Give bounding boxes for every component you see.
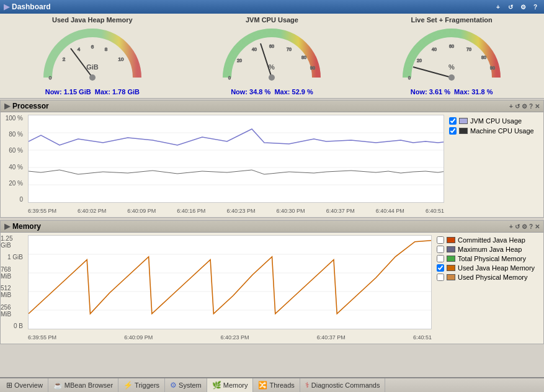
committed-heap-checkbox[interactable] <box>437 236 444 244</box>
machine-cpu-label: Machine CPU Usage <box>470 127 534 135</box>
tab-threads-label: Threads <box>269 381 294 389</box>
memory-content: 1.25 GiB 1 GiB 768 MiB 512 MiB 256 MiB 0… <box>1 233 543 342</box>
svg-point-17 <box>269 74 275 81</box>
cpu-usage-reading: Now: 34.8 % Max: 52.9 % <box>231 88 313 96</box>
memory-header-icons: + ↺ ⚙ ? ✕ <box>509 223 540 230</box>
used-physical-checkbox[interactable] <box>437 274 444 281</box>
tab-overview[interactable]: ⊞ Overview <box>1 378 48 392</box>
memory-refresh-icon[interactable]: ↺ <box>515 223 520 230</box>
svg-text:70: 70 <box>287 47 292 51</box>
cpu-usage-dial: 0 20 40 60 70 80 90 % <box>216 25 328 87</box>
svg-text:0: 0 <box>229 76 231 80</box>
processor-panel: ▶ Processor + ↺ ⚙ ? ✕ 100 % 80 % 60 % 40… <box>0 100 544 218</box>
tab-mbean-browser[interactable]: ☕ MBean Browser <box>48 378 118 392</box>
svg-text:60: 60 <box>449 44 454 48</box>
heap-memory-gauge: Used Java Heap Memory <box>12 16 173 96</box>
help-icon[interactable]: ? <box>530 2 540 12</box>
processor-add-icon[interactable]: + <box>509 103 513 110</box>
svg-text:0: 0 <box>49 75 52 81</box>
memory-chart: 1.25 GiB 1 GiB 768 MiB 512 MiB 256 MiB 0… <box>1 233 432 342</box>
triggers-icon: ⚡ <box>123 381 133 390</box>
processor-close-icon[interactable]: ✕ <box>535 103 540 110</box>
tab-threads[interactable]: 🔀 Threads <box>253 378 300 392</box>
title-bar: ▶ Dashboard + ↺ ⚙ ? <box>0 0 544 14</box>
processor-help-icon[interactable]: ? <box>529 103 533 110</box>
processor-y-axis: 100 % 80 % 60 % 40 % 20 % 0 <box>1 115 25 203</box>
svg-line-26 <box>413 67 452 78</box>
svg-text:80: 80 <box>302 55 307 60</box>
legend-committed-heap: Committed Java Heap <box>437 236 538 244</box>
svg-text:20: 20 <box>417 58 422 63</box>
processor-content: 100 % 80 % 60 % 40 % 20 % 0 <box>1 112 543 215</box>
legend-used-physical: Used Physical Memory <box>437 274 538 281</box>
svg-text:0: 0 <box>408 76 411 80</box>
memory-y-axis: 1.25 GiB 1 GiB 768 MiB 512 MiB 256 MiB 0… <box>1 235 25 329</box>
svg-text:80: 80 <box>481 55 486 60</box>
memory-legend: Committed Java Heap Maximum Java Heap To… <box>432 233 543 342</box>
svg-text:20: 20 <box>238 58 243 63</box>
svg-text:4: 4 <box>78 47 81 52</box>
legend-jvm-cpu: JVM CPU Usage <box>449 117 538 125</box>
tab-overview-label: Overview <box>14 381 43 389</box>
memory-tab-icon: 🌿 <box>212 381 221 390</box>
tab-mbean-label: MBean Browser <box>65 381 113 389</box>
processor-x-axis: 6:39:55 PM 6:40:02 PM 6:40:09 PM 6:40:16… <box>28 208 444 214</box>
legend-total-physical: Total Physical Memory <box>437 255 538 262</box>
svg-text:%: % <box>269 63 275 71</box>
memory-settings-icon[interactable]: ⚙ <box>522 223 527 230</box>
total-physical-label: Total Physical Memory <box>458 255 526 262</box>
max-heap-checkbox[interactable] <box>437 246 444 253</box>
diagnostic-icon: ⚕ <box>305 381 310 390</box>
used-heap-label: Used Java Heap Memory <box>458 264 535 272</box>
title-bar-icons: + ↺ ⚙ ? <box>493 2 540 12</box>
dashboard-section: Used Java Heap Memory <box>0 14 544 99</box>
processor-title: Processor <box>12 102 49 110</box>
tab-system[interactable]: ⚙ System <box>165 378 207 392</box>
memory-add-icon[interactable]: + <box>509 223 513 230</box>
dashboard-title: ▶ Dashboard <box>4 2 51 11</box>
svg-text:60: 60 <box>270 44 275 48</box>
total-physical-checkbox[interactable] <box>437 255 444 262</box>
legend-max-heap: Maximum Java Heap <box>437 246 538 253</box>
max-heap-label: Maximum Java Heap <box>458 246 522 253</box>
memory-chart-grid <box>28 235 432 329</box>
overview-icon: ⊞ <box>6 381 12 390</box>
tab-diagnostic-label: Diagnostic Commands <box>311 381 380 389</box>
processor-chart-grid <box>28 115 444 203</box>
settings-icon[interactable]: ⚙ <box>518 2 528 12</box>
memory-help-icon[interactable]: ? <box>529 223 533 230</box>
processor-chart: 100 % 80 % 60 % 40 % 20 % 0 <box>1 112 444 215</box>
jvm-cpu-checkbox[interactable] <box>449 117 457 125</box>
mbean-icon: ☕ <box>53 381 63 390</box>
used-heap-color <box>447 265 455 271</box>
machine-cpu-color <box>459 128 468 134</box>
processor-legend: JVM CPU Usage Machine CPU Usage <box>444 112 543 215</box>
tab-memory[interactable]: 🌿 Memory <box>207 378 254 392</box>
add-icon[interactable]: + <box>493 2 503 12</box>
used-heap-checkbox[interactable] <box>437 264 444 272</box>
heap-memory-title: Used Java Heap Memory <box>52 16 133 24</box>
svg-text:GiB: GiB <box>86 63 99 71</box>
memory-x-axis: 6:39:55 PM 6:40:09 PM 6:40:23 PM 6:40:37… <box>28 334 432 341</box>
max-heap-color <box>447 246 455 252</box>
svg-text:10: 10 <box>118 56 123 62</box>
svg-text:40: 40 <box>432 47 437 51</box>
memory-close-icon[interactable]: ✕ <box>535 223 540 230</box>
threads-icon: 🔀 <box>258 381 267 390</box>
system-icon: ⚙ <box>170 381 177 390</box>
tab-triggers-label: Triggers <box>135 381 159 389</box>
svg-text:2: 2 <box>63 56 66 62</box>
tab-diagnostic[interactable]: ⚕ Diagnostic Commands <box>300 378 386 392</box>
svg-line-16 <box>261 43 272 78</box>
svg-point-27 <box>448 74 455 81</box>
heap-memory-reading: Now: 1.15 GiB Max: 1.78 GiB <box>45 88 140 96</box>
tab-memory-label: Memory <box>223 381 248 389</box>
processor-settings-icon[interactable]: ⚙ <box>522 103 527 110</box>
used-physical-label: Used Physical Memory <box>458 274 527 281</box>
svg-text:40: 40 <box>252 47 257 51</box>
tab-triggers[interactable]: ⚡ Triggers <box>118 378 165 392</box>
machine-cpu-checkbox[interactable] <box>449 127 457 135</box>
svg-text:90: 90 <box>490 66 495 70</box>
processor-refresh-icon[interactable]: ↺ <box>515 103 520 110</box>
refresh-icon[interactable]: ↺ <box>506 2 515 12</box>
